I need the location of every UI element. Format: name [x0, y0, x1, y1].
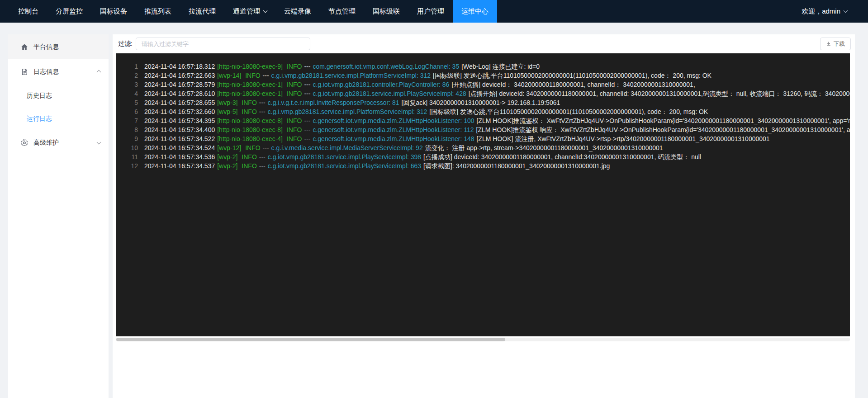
- log-message: [回复ack] 34020000001310000001-> 192.168.1…: [402, 99, 560, 106]
- sidebar-item-history-log[interactable]: 历史日志: [8, 84, 109, 107]
- nav-item-channel-mgmt[interactable]: 通道管理: [224, 0, 275, 23]
- horizontal-scrollbar-track[interactable]: [116, 338, 850, 341]
- log-thread: [http-nio-18080-exec-1]: [217, 90, 283, 97]
- nav-item-split-monitor[interactable]: 分屏监控: [47, 0, 91, 23]
- log-separator: ---: [304, 135, 310, 142]
- log-timestamp: 2024-11-04 16:57:32.660: [144, 108, 215, 115]
- log-logger-class: com.genersoft.iot.vmp.conf.webLog.LogCha…: [313, 63, 459, 70]
- welcome-text: 欢迎，admin: [802, 7, 840, 16]
- chevron-down-icon: [263, 9, 268, 13]
- log-separator: ---: [263, 144, 269, 151]
- log-timestamp: 2024-11-04 16:57:34.524: [144, 144, 215, 151]
- download-icon: [826, 41, 831, 47]
- log-timestamp: 2024-11-04 16:57:28.655: [144, 99, 215, 106]
- log-line-number: 7: [116, 116, 138, 125]
- log-thread: [http-nio-18080-exec-8]: [217, 117, 283, 124]
- footer-strip: [0, 398, 868, 401]
- nav-item-ops-center[interactable]: 运维中心: [453, 0, 497, 23]
- log-separator: ---: [304, 90, 310, 97]
- log-thread: [http-nio-18080-exec-4]: [217, 135, 283, 142]
- filter-input[interactable]: [136, 38, 310, 50]
- log-line: 62024-11-04 16:57:32.660[wvp-5]INFO---c.…: [116, 107, 850, 116]
- log-logger-class: c.g.iot.vmp.gb28181.controller.PlayContr…: [313, 81, 449, 88]
- log-message: [ZLM HOOK]推流鉴权 响应： XwFtVZrtZbHJq4UV->OnP…: [476, 126, 850, 133]
- log-line: 12024-11-04 16:57:18.312[http-nio-18080-…: [116, 62, 850, 71]
- log-level: INFO: [287, 63, 302, 70]
- log-level: INFO: [245, 72, 260, 79]
- log-message: [Web-Log] 连接已建立: id=0: [461, 63, 540, 70]
- log-line-number: 10: [116, 143, 138, 152]
- download-button[interactable]: 下载: [820, 38, 851, 50]
- sidebar-item-advanced-maintenance[interactable]: 高级维护: [8, 130, 109, 155]
- sidebar-item-log-info[interactable]: 日志信息: [8, 59, 109, 84]
- log-level: INFO: [242, 162, 256, 170]
- gear-icon: [20, 139, 28, 147]
- log-toolbar: 过滤: 下载: [113, 34, 855, 53]
- log-thread: [wvp-12]: [217, 144, 241, 151]
- log-thread: [http-nio-18080-exec-1]: [217, 81, 283, 88]
- log-line-number: 12: [116, 161, 138, 170]
- nav-item-gb-devices[interactable]: 国标设备: [91, 0, 136, 23]
- log-line: 102024-11-04 16:57:34.524[wvp-12]INFO---…: [116, 143, 850, 152]
- log-message: 流变化： 注册 app->rtp, stream->34020000001180…: [425, 144, 663, 151]
- log-timestamp: 2024-11-04 16:57:34.400: [144, 126, 215, 133]
- log-line: 82024-11-04 16:57:34.400[http-nio-18080-…: [116, 125, 850, 134]
- log-timestamp: 2024-11-04 16:57:28.610: [144, 90, 215, 97]
- log-line: 32024-11-04 16:57:28.579[http-nio-18080-…: [116, 80, 850, 89]
- log-level: INFO: [287, 135, 302, 142]
- log-separator: ---: [304, 63, 310, 70]
- log-message: [国标级联] 发送心跳,平台11010500002000000001(11010…: [429, 108, 708, 115]
- sidebar-item-label: 平台信息: [33, 43, 59, 51]
- log-thread: [wvp-3]: [217, 99, 237, 106]
- home-icon: [20, 43, 28, 51]
- log-timestamp: 2024-11-04 16:57:34.522: [144, 135, 215, 142]
- sidebar-item-platform-info[interactable]: 平台信息: [8, 34, 109, 59]
- nav-item-cloud-record[interactable]: 云端录像: [275, 0, 320, 23]
- log-logger-class: c.genersoft.iot.vmp.media.zlm.ZLMHttpHoo…: [313, 135, 474, 142]
- log-line-number: 5: [116, 98, 138, 107]
- log-separator: ---: [259, 99, 266, 106]
- nav-menu: 控制台 分屏监控 国标设备 推流列表 拉流代理 通道管理 云端录像 节点管理 国…: [9, 0, 497, 23]
- log-thread: [wvp-2]: [217, 162, 237, 170]
- log-separator: ---: [263, 72, 269, 79]
- chevron-up-icon: [97, 70, 101, 75]
- log-logger-class: c.g.iot.vmp.gb28181.service.impl.PlaySer…: [268, 162, 421, 170]
- user-menu[interactable]: 欢迎，admin: [802, 0, 868, 23]
- log-line: 22024-11-04 16:57:22.663[wvp-14]INFO---c…: [116, 71, 850, 80]
- log-line-number: 6: [116, 107, 138, 116]
- log-separator: ---: [304, 117, 310, 124]
- log-line-number: 11: [116, 152, 138, 161]
- nav-item-node-mgmt[interactable]: 节点管理: [320, 0, 364, 23]
- chevron-down-icon: [844, 9, 848, 13]
- log-line-number: 2: [116, 71, 138, 80]
- log-logger-class: c.genersoft.iot.vmp.media.zlm.ZLMHttpHoo…: [313, 117, 474, 124]
- sidebar-item-run-log[interactable]: 运行日志: [8, 107, 109, 130]
- log-line: 112024-11-04 16:57:34.536[wvp-2]INFO---c…: [116, 152, 850, 161]
- sidebar-item-label: 高级维护: [33, 139, 59, 147]
- log-level: INFO: [287, 90, 302, 97]
- horizontal-scrollbar-thumb[interactable]: [116, 338, 505, 341]
- nav-item-push-list[interactable]: 推流列表: [136, 0, 180, 23]
- log-message: [点播成功] deviceId: 34020000001180000001, c…: [423, 153, 701, 160]
- nav-item-console[interactable]: 控制台: [9, 0, 47, 23]
- log-line: 72024-11-04 16:57:34.395[http-nio-18080-…: [116, 116, 850, 125]
- log-message: [点播开始] deviceId: 34020000001180000001, c…: [469, 90, 850, 97]
- log-thread: [wvp-2]: [217, 153, 237, 160]
- log-timestamp: 2024-11-04 16:57:18.312: [144, 63, 215, 70]
- log-separator: ---: [304, 126, 310, 133]
- nav-item-gb-cascade[interactable]: 国标级联: [364, 0, 408, 23]
- log-logger-class: c.g.i.vmp.gb28181.service.impl.PlatformS…: [271, 72, 431, 79]
- log-thread: [wvp-5]: [217, 108, 237, 115]
- log-timestamp: 2024-11-04 16:57:34.537: [144, 162, 215, 170]
- log-message: [国标级联] 发送心跳,平台11010500002000000001(11010…: [433, 72, 711, 79]
- log-thread: [http-nio-18080-exec-8]: [217, 126, 283, 133]
- log-logger-class: c.g.i.v.media.service.impl.MediaServerSe…: [271, 144, 423, 151]
- log-line: 52024-11-04 16:57:28.655[wvp-3]INFO---c.…: [116, 98, 850, 107]
- nav-item-user-mgmt[interactable]: 用户管理: [408, 0, 453, 23]
- nav-item-pull-proxy[interactable]: 拉流代理: [180, 0, 224, 23]
- log-line-number: 9: [116, 134, 138, 143]
- log-level: INFO: [287, 81, 302, 88]
- log-separator: ---: [259, 153, 266, 160]
- log-level: INFO: [242, 99, 256, 106]
- sidebar: 平台信息 日志信息 历史日志 运行日志 高级维护: [8, 34, 109, 398]
